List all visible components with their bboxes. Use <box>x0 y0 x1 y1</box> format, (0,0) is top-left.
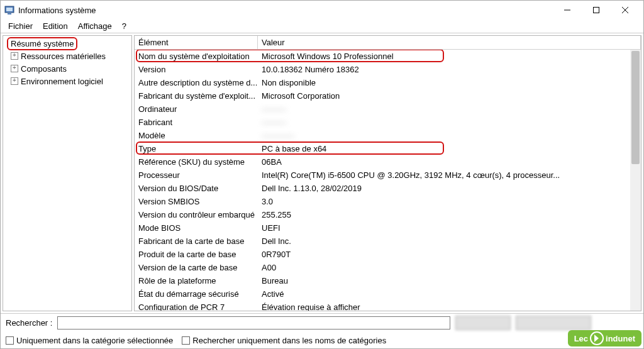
table-row[interactable]: ProcesseurIntel(R) Core(TM) i5-6500 CPU … <box>135 169 641 182</box>
cell-value: A00 <box>258 263 641 272</box>
details-body[interactable]: Nom du système d'exploitationMicrosoft W… <box>135 50 641 311</box>
cell-element: Type <box>135 144 258 153</box>
table-row[interactable]: Fabricant du système d'exploit...Microso… <box>135 89 641 102</box>
table-row[interactable]: Version10.0.18362 Numéro 18362 <box>135 63 641 76</box>
menu-affichage[interactable]: Affichage <box>73 20 117 32</box>
menu-fichier[interactable]: Fichier <box>3 20 38 32</box>
tree-item-label: Composants <box>21 64 67 74</box>
svg-rect-4 <box>594 8 599 13</box>
menubar: Fichier Edition Affichage ? <box>1 19 643 33</box>
cell-element: Ordinateur <box>135 104 258 114</box>
cell-value: UEFI <box>258 223 641 233</box>
checkbox-icon[interactable] <box>6 336 14 345</box>
cell-value: PC à base de x64 <box>258 144 641 153</box>
cell-element: État du démarrage sécurisé <box>135 289 258 299</box>
close-button[interactable] <box>611 1 640 19</box>
tree-item-label: Ressources matérielles <box>21 52 106 61</box>
expand-icon[interactable] <box>11 65 18 72</box>
cell-value: Microsoft Corporation <box>258 91 641 101</box>
scrollbar-thumb[interactable] <box>631 51 640 164</box>
details-pane: Élément Valeur Nom du système d'exploita… <box>134 35 641 311</box>
menu-help[interactable]: ? <box>117 20 131 32</box>
table-row[interactable]: Produit de la carte de base0R790T <box>135 248 641 261</box>
table-row[interactable]: Version du BIOS/DateDell Inc. 1.13.0, 28… <box>135 182 641 195</box>
cell-element: Référence (SKU) du système <box>135 157 258 167</box>
cell-element: Configuration de PCR 7 <box>135 302 258 311</box>
expand-icon[interactable] <box>11 77 18 85</box>
app-icon <box>4 5 14 15</box>
menu-edition[interactable]: Edition <box>38 20 73 32</box>
search-options: Uniquement dans la catégorie sélectionné… <box>1 332 643 348</box>
cell-value: 3.0 <box>258 197 641 206</box>
tree-item-environnement[interactable]: Environnement logiciel <box>3 75 131 87</box>
check-category-only[interactable]: Uniquement dans la catégorie sélectionné… <box>6 336 173 345</box>
table-row[interactable]: Fabricant de la carte de baseDell Inc. <box>135 235 641 248</box>
titlebar: Informations système <box>1 1 643 19</box>
tree-root-resume-systeme[interactable]: Résumé système <box>3 37 131 50</box>
table-row[interactable]: Référence (SKU) du système06BA <box>135 155 641 169</box>
cell-element: Modèle <box>135 131 258 140</box>
table-row[interactable]: TypePC à base de x64 <box>135 142 641 155</box>
cell-element: Fabricant <box>135 118 258 127</box>
table-row[interactable]: Rôle de la plateformeBureau <box>135 274 641 287</box>
table-row[interactable]: Fabricant——— <box>135 116 641 129</box>
window-controls <box>553 1 640 19</box>
table-row[interactable]: Modèle———— <box>135 129 641 142</box>
table-row[interactable]: Configuration de PCR 7Élévation requise … <box>135 301 641 311</box>
svg-rect-1 <box>6 8 13 11</box>
svg-rect-2 <box>8 13 11 14</box>
cell-element: Version <box>135 65 258 74</box>
cell-element: Version du contrôleur embarqué <box>135 210 258 219</box>
table-row[interactable]: Version du contrôleur embarqué255.255 <box>135 208 641 221</box>
cell-element: Processeur <box>135 170 258 180</box>
check-names-only[interactable]: Rechercher uniquement dans les noms de c… <box>182 336 386 345</box>
table-row[interactable]: Version de la carte de baseA00 <box>135 261 641 274</box>
cell-value: Élévation requise à afficher <box>258 302 641 311</box>
maximize-button[interactable] <box>582 1 611 19</box>
search-button[interactable] <box>455 316 511 330</box>
tree-item-label: Environnement logiciel <box>21 77 103 86</box>
cell-element: Mode BIOS <box>135 223 258 233</box>
cell-element: Version de la carte de base <box>135 263 258 272</box>
scrollbar-vertical[interactable] <box>630 50 641 311</box>
category-tree[interactable]: Résumé système Ressources matérielles Co… <box>3 35 132 311</box>
table-row[interactable]: Ordinateur——— <box>135 102 641 116</box>
cell-element: Version du BIOS/Date <box>135 184 258 193</box>
expand-icon[interactable] <box>11 52 18 60</box>
col-header-valeur[interactable]: Valeur <box>258 36 641 49</box>
cell-element: Autre description du système d... <box>135 78 258 87</box>
cell-element: Nom du système d'exploitation <box>135 52 258 61</box>
cell-value: Dell Inc. 1.13.0, 28/02/2019 <box>258 184 641 193</box>
search-next-button[interactable] <box>516 316 591 330</box>
watermark-text: indunet <box>606 334 635 343</box>
cell-element: Fabricant de la carte de base <box>135 236 258 246</box>
cell-value: ——— <box>258 118 641 127</box>
cell-value: Microsoft Windows 10 Professionnel <box>258 52 641 61</box>
cell-element: Rôle de la plateforme <box>135 276 258 285</box>
table-row[interactable]: Version SMBIOS3.0 <box>135 195 641 208</box>
search-label: Rechercher : <box>6 318 52 328</box>
cell-element: Fabricant du système d'exploit... <box>135 91 258 101</box>
cell-value: 06BA <box>258 157 641 167</box>
cell-value: 10.0.18362 Numéro 18362 <box>258 65 641 74</box>
minimize-button[interactable] <box>553 1 582 19</box>
table-row[interactable]: Mode BIOSUEFI <box>135 221 641 235</box>
details-header: Élément Valeur <box>135 36 641 50</box>
watermark-logo: Lecindunet <box>568 330 641 346</box>
check-label: Uniquement dans la catégorie sélectionné… <box>16 336 173 345</box>
cell-value: ——— <box>258 104 641 114</box>
cell-element: Version SMBIOS <box>135 197 258 206</box>
checkbox-icon[interactable] <box>182 336 190 345</box>
col-header-element[interactable]: Élément <box>135 36 258 49</box>
cell-element: Produit de la carte de base <box>135 250 258 259</box>
tree-root-label: Résumé système <box>7 37 77 50</box>
table-row[interactable]: Nom du système d'exploitationMicrosoft W… <box>135 50 641 63</box>
table-row[interactable]: État du démarrage sécuriséActivé <box>135 287 641 301</box>
cell-value: Bureau <box>258 276 641 285</box>
tree-item-ressources[interactable]: Ressources matérielles <box>3 50 131 62</box>
tree-item-composants[interactable]: Composants <box>3 62 131 75</box>
search-input[interactable] <box>57 316 450 330</box>
cell-value: Dell Inc. <box>258 236 641 246</box>
table-row[interactable]: Autre description du système d...Non dis… <box>135 76 641 89</box>
check-label: Rechercher uniquement dans les noms de c… <box>192 336 386 345</box>
